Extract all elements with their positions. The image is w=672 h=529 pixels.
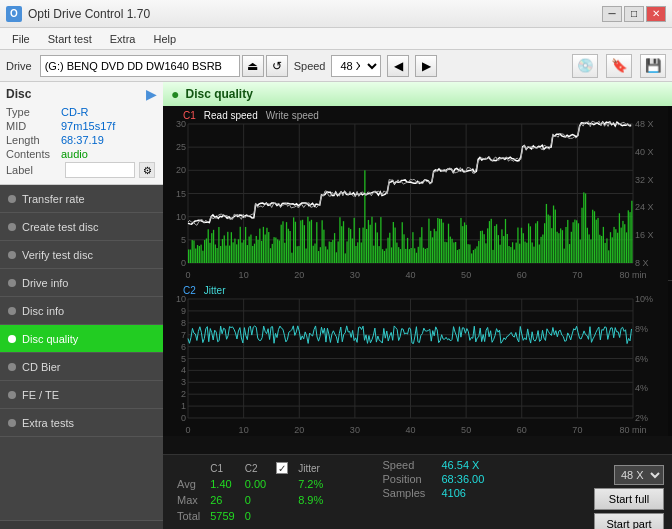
sidebar-item-extra-tests[interactable]: Extra tests [0,409,163,437]
sidebar-label-create-test-disc: Create test disc [22,221,98,233]
stats-col-c1: C1 [206,461,238,475]
toolbar-arrow-right[interactable]: ▶ [415,55,437,77]
sidebar-item-fe-te[interactable]: FE / TE [0,381,163,409]
sidebar-label-extra-tests: Extra tests [22,417,74,429]
sidebar-item-disc-quality[interactable]: Disc quality [0,325,163,353]
disc-mid-row: MID 97m15s17f [6,120,157,132]
sidebar-item-create-test-disc[interactable]: Create test disc [0,213,163,241]
disc-label-input[interactable] [65,162,135,178]
stats-speed-label: Speed [383,459,438,471]
stats-header-row: C1 C2 ✓ Jitter [173,461,327,475]
sidebar-dot [8,391,16,399]
disc-type-value: CD-R [61,106,89,118]
sidebar: Disc ▶ Type CD-R MID 97m15s17f Length 68… [0,82,163,529]
disc-length-value: 68:37.19 [61,134,104,146]
disc-type-row: Type CD-R [6,106,157,118]
sidebar-dot [8,419,16,427]
menu-file[interactable]: File [4,31,38,47]
drive-refresh-button[interactable]: ↺ [266,55,288,77]
chart2-legend: C2 Jitter [183,285,225,296]
stats-col-jitter: Jitter [294,461,327,475]
stats-samples-row: Samples 4106 [383,487,595,499]
sidebar-item-drive-info[interactable]: Drive info [0,269,163,297]
sidebar-item-transfer-rate[interactable]: Transfer rate [0,185,163,213]
sidebar-label-cd-bier: CD Bier [22,361,61,373]
disc-mid-label: MID [6,120,61,132]
toolbar: Drive (G:) BENQ DVD DD DW1640 BSRB ⏏ ↺ S… [0,50,672,82]
app-icon: O [6,6,22,22]
stats-col-cb: ✓ [272,461,292,475]
start-full-button[interactable]: Start full [594,488,664,510]
status-window-item[interactable]: Status window > > [0,520,163,529]
disc-length-label: Length [6,134,61,146]
sidebar-label-drive-info: Drive info [22,277,68,289]
speed-label: Speed [294,60,326,72]
disc-panel: Disc ▶ Type CD-R MID 97m15s17f Length 68… [0,82,163,185]
minimize-button[interactable]: ─ [602,6,622,22]
disc-quality-header: ● Disc quality [163,82,672,106]
stats-position-label: Position [383,473,438,485]
sidebar-item-verify-test-disc[interactable]: Verify test disc [0,241,163,269]
sidebar-label-disc-info: Disc info [22,305,64,317]
stats-avg-row: Avg 1.40 0.00 7.2% [173,477,327,491]
stats-buttons-panel: 48 X Start full Start part [594,459,664,529]
sidebar-item-disc-info[interactable]: Disc info [0,297,163,325]
stats-speed-value: 46.54 X [442,459,480,471]
disc-label-gear-icon[interactable]: ⚙ [139,162,155,178]
disc-contents-row: Contents audio [6,148,157,160]
disc-label-label: Label [6,164,61,176]
stats-total-jitter [294,509,327,523]
sidebar-label-transfer-rate: Transfer rate [22,193,85,205]
stats-main: C1 C2 ✓ Jitter Avg 1.40 0.00 [171,459,383,529]
speed-combo-select[interactable]: 48 X [614,465,664,485]
disc-quality-icon: ● [171,86,179,102]
stats-total-label: Total [173,509,204,523]
content-area: ● Disc quality C1 Read speed Write speed… [163,82,672,529]
stats-col-c2: C2 [241,461,270,475]
toolbar-save-button[interactable]: 💾 [640,54,666,78]
drive-label: Drive [6,60,32,72]
main-layout: Disc ▶ Type CD-R MID 97m15s17f Length 68… [0,82,672,529]
close-button[interactable]: ✕ [646,6,666,22]
stats-avg-jitter: 7.2% [294,477,327,491]
stats-max-row: Max 26 0 8.9% [173,493,327,507]
stats-total-c1: 5759 [206,509,238,523]
title-bar-left: O Opti Drive Control 1.70 [6,6,150,22]
sidebar-dot [8,363,16,371]
jitter-checkbox[interactable]: ✓ [276,462,288,474]
sidebar-dot [8,251,16,259]
stats-max-c2: 0 [241,493,270,507]
legend-c1: C1 [183,110,196,121]
toolbar-bookmark-button[interactable]: 🔖 [606,54,632,78]
sidebar-label-disc-quality: Disc quality [22,333,78,345]
disc-panel-arrow[interactable]: ▶ [146,86,157,102]
menu-help[interactable]: Help [145,31,184,47]
legend-write-speed: Write speed [266,110,319,121]
title-bar: O Opti Drive Control 1.70 ─ □ ✕ [0,0,672,28]
stats-position-value: 68:36.00 [442,473,485,485]
toolbar-arrow-left[interactable]: ◀ [387,55,409,77]
drive-select-value: (G:) BENQ DVD DD DW1640 BSRB [45,60,222,72]
maximize-button[interactable]: □ [624,6,644,22]
chart-top: C1 Read speed Write speed [163,106,672,281]
stats-samples-label: Samples [383,487,438,499]
sidebar-label-fe-te: FE / TE [22,389,59,401]
menu-extra[interactable]: Extra [102,31,144,47]
menu-start-test[interactable]: Start test [40,31,100,47]
stats-avg-c1: 1.40 [206,477,238,491]
stats-samples-value: 4106 [442,487,466,499]
disc-contents-value: audio [61,148,88,160]
drive-eject-button[interactable]: ⏏ [242,55,264,77]
sidebar-dot-active [8,335,16,343]
sidebar-menu: Transfer rate Create test disc Verify te… [0,185,163,437]
start-part-button[interactable]: Start part [594,513,664,530]
drive-select[interactable]: (G:) BENQ DVD DD DW1640 BSRB [40,55,240,77]
sidebar-dot [8,223,16,231]
toolbar-disc-button[interactable]: 💿 [572,54,598,78]
disc-panel-header: Disc ▶ [6,86,157,102]
sidebar-item-cd-bier[interactable]: CD Bier [0,353,163,381]
legend-jitter: Jitter [204,285,226,296]
charts-container: C1 Read speed Write speed C2 Jitter [163,106,672,454]
legend-c2: C2 [183,285,196,296]
speed-select[interactable]: 48 X [331,55,381,77]
